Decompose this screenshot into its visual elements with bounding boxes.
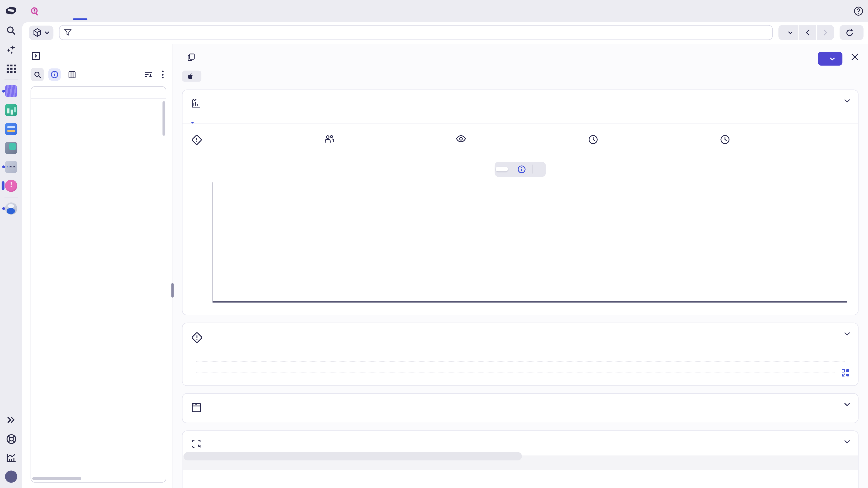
chevron-down-icon [788,31,793,34]
app-icon-blue-settings[interactable] [0,120,22,138]
filter-input-wrap [59,25,773,40]
list-search-button[interactable] [31,68,44,81]
error-detail [173,44,868,488]
tab-explorer[interactable] [73,0,87,22]
chart-bars [214,182,847,301]
clock-icon [720,134,730,144]
metrics-row [182,123,858,148]
user-avatar[interactable] [0,467,22,486]
info-icon [51,71,58,78]
message-row [191,356,849,361]
y-axis-label [190,182,198,301]
frontend-link[interactable] [839,369,849,377]
chevron-down-icon [44,31,50,34]
sparkles-icon[interactable] [0,40,22,59]
chevron-down-icon [830,57,835,60]
chevron-left-icon [806,29,809,35]
app-icon-user-sessions[interactable] [0,199,22,218]
app-icon-purple[interactable] [0,82,22,101]
occurrences-cycle-icon [191,439,202,449]
help-icon[interactable] [854,6,864,16]
clock-icon [588,134,598,144]
search-icon [34,71,41,78]
main-shell [22,22,868,488]
chart-mode-segmented-control [495,162,546,176]
app-icon-tracing[interactable] [0,158,22,176]
rail-divider [4,197,18,197]
dotted-leader [196,356,844,361]
help-lifebuoy-icon[interactable] [0,429,22,448]
info-icon[interactable] [518,165,526,173]
dynatrace-logo[interactable] [0,2,22,21]
users-icon [324,134,334,144]
collapse-chevron-icon[interactable] [844,99,850,103]
timeframe-selector[interactable] [778,25,799,40]
list-info-button[interactable] [49,68,61,80]
refresh-icon [846,29,853,36]
collapse-chevron-icon[interactable] [844,402,850,406]
timeframe-forward-button[interactable] [817,25,834,40]
app-brand [30,6,43,16]
timeframe-back-button[interactable] [799,25,816,40]
metric-total-count [191,134,324,148]
app-icon-error-inspector[interactable] [0,176,22,195]
close-icon[interactable] [851,53,859,61]
segment-versions[interactable] [532,167,545,171]
dotted-leader [196,367,835,373]
metric-newest-version [720,134,852,148]
app-icon-green-dashboard[interactable] [0,101,22,120]
error-type-badge [182,71,202,82]
cube-icon [33,28,41,37]
loading-skeleton [182,455,858,470]
app-header [22,0,868,22]
x-axis-ticks [213,302,847,311]
funnel-icon [64,29,72,36]
timeframe-group [778,25,834,40]
panel-resize-handle[interactable] [171,283,174,297]
error-list [31,86,166,483]
app-tabs [56,0,87,22]
error-inspector-icon [30,6,39,16]
rail-divider [4,79,18,80]
columns-icon[interactable] [68,71,76,78]
y-axis-ticks [198,182,213,301]
frontend-row [191,367,849,377]
exception-card [182,322,859,386]
no-error-pages-card [182,393,859,423]
horizontal-scrollbar[interactable] [32,477,159,481]
error-list-rows [31,100,161,476]
send-button[interactable] [818,52,842,66]
avatar-initial [5,470,17,483]
side-rail [0,0,22,488]
vertical-scrollbar[interactable] [161,100,165,475]
expand-rail-icon[interactable] [0,411,22,429]
tab-occurrence[interactable] [191,113,194,123]
tab-distribution[interactable] [208,113,211,123]
list-toolbar [31,68,165,81]
more-options-icon[interactable] [160,69,165,80]
occurrences-card [182,430,859,488]
scope-selector-button[interactable] [29,25,53,40]
stats-tabs [182,113,858,123]
refresh-button[interactable] [839,25,864,40]
metric-affected-users [324,134,456,148]
apps-grid-icon[interactable] [0,59,22,78]
collapse-chevron-icon[interactable] [844,332,850,335]
analytics-icon[interactable] [0,448,22,467]
chart-plot [213,182,847,302]
occurrence-chart [190,182,847,315]
sort-icon[interactable] [144,71,153,78]
search-icon[interactable] [0,21,22,40]
filter-input[interactable] [59,25,773,40]
copy-icon[interactable] [188,53,195,61]
open-app-icon [842,369,849,377]
tab-overview[interactable] [56,0,69,22]
diamond-exclamation-icon [191,332,203,343]
segment-total-count[interactable] [496,167,508,171]
apple-icon [187,72,193,80]
chevron-right-icon [824,29,827,35]
segment-affected-users[interactable] [508,163,532,175]
column-header-error-name[interactable] [31,87,166,99]
collapse-chevron-icon[interactable] [844,440,850,444]
app-icon-teal-stack[interactable] [0,138,22,158]
